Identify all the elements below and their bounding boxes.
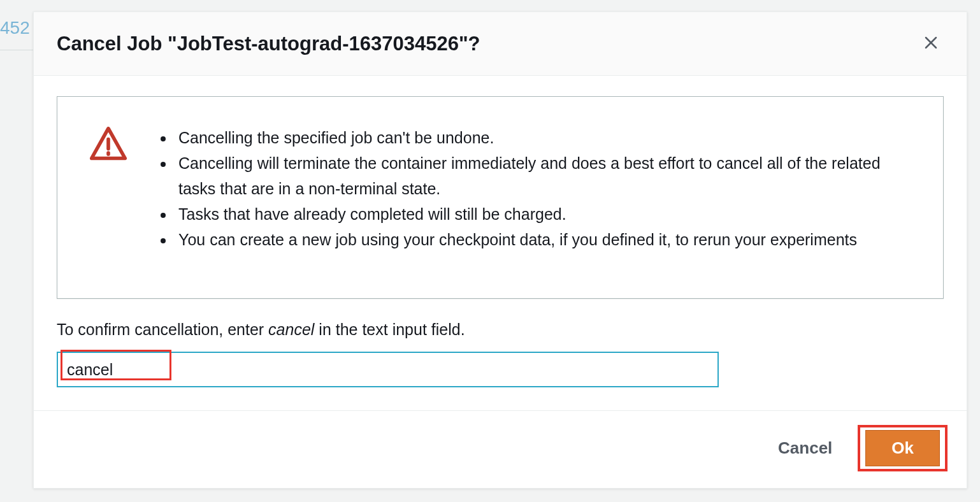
warning-icon — [89, 125, 127, 166]
background-divider — [0, 50, 38, 50]
warning-box: Cancelling the specified job can't be un… — [57, 96, 944, 299]
confirm-instruction-prefix: To confirm cancellation, enter — [57, 320, 268, 338]
warning-bullet: Cancelling will terminate the container … — [175, 150, 918, 201]
close-icon — [923, 35, 939, 52]
confirm-instruction-suffix: in the text input field. — [314, 320, 465, 338]
warning-bullet-list: Cancelling the specified job can't be un… — [158, 125, 918, 252]
confirm-input[interactable] — [57, 352, 719, 387]
ok-button[interactable]: Ok — [865, 430, 940, 466]
ok-button-wrapper: Ok — [861, 426, 944, 470]
background-partial-number: 452 — [0, 18, 30, 38]
confirm-input-wrapper — [57, 352, 944, 387]
cancel-button[interactable]: Cancel — [767, 432, 844, 464]
modal-header: Cancel Job "JobTest-autograd-1637034526"… — [34, 12, 967, 76]
modal-title: Cancel Job "JobTest-autograd-1637034526"… — [57, 32, 480, 55]
confirm-instruction-keyword: cancel — [268, 320, 314, 338]
modal-footer: Cancel Ok — [34, 410, 967, 488]
warning-bullet: You can create a new job using your chec… — [175, 227, 918, 252]
cancel-job-modal: Cancel Job "JobTest-autograd-1637034526"… — [33, 11, 967, 489]
warning-bullet: Tasks that have already completed will s… — [175, 201, 918, 227]
warning-bullet: Cancelling the specified job can't be un… — [175, 125, 918, 150]
close-button[interactable] — [918, 30, 944, 57]
confirm-instruction: To confirm cancellation, enter cancel in… — [57, 320, 944, 339]
modal-body: Cancelling the specified job can't be un… — [34, 76, 967, 410]
